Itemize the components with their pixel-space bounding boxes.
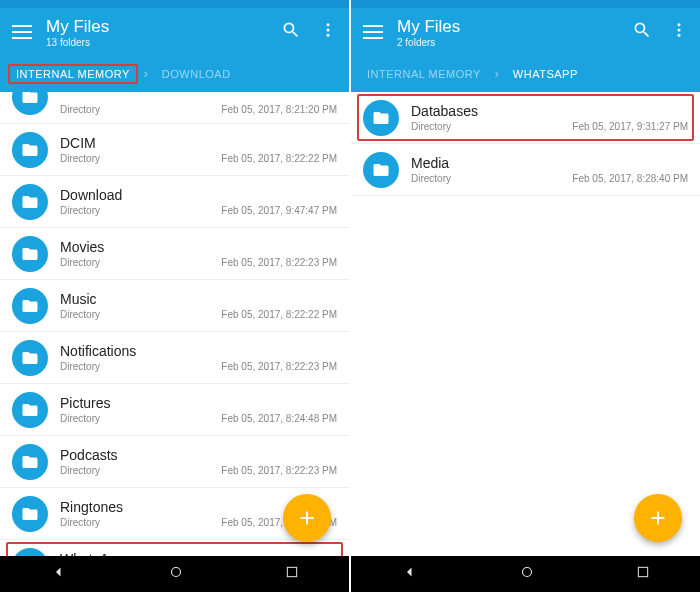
svg-rect-4: [287, 567, 296, 576]
app-subtitle: 13 folders: [46, 37, 281, 48]
item-type: Directory: [60, 517, 100, 528]
android-nav-bar: [0, 556, 349, 592]
list-item[interactable]: PicturesDirectoryFeb 05, 2017, 8:24:48 P…: [0, 384, 349, 436]
nav-home-icon[interactable]: [518, 563, 536, 585]
breadcrumb-bar: INTERNAL MEMORY › WHATSAPP: [351, 56, 700, 92]
item-time: Feb 05, 2017, 9:47:47 PM: [221, 205, 337, 216]
folder-icon: [12, 132, 48, 168]
item-type: Directory: [411, 173, 451, 184]
folder-icon: [12, 444, 48, 480]
item-type: Directory: [60, 309, 100, 320]
screen-right: My Files 2 folders INTERNAL MEMORY › WHA…: [351, 0, 700, 592]
folder-icon: [12, 184, 48, 220]
item-name: WhatsApp: [60, 551, 337, 556]
folder-icon: [363, 152, 399, 188]
overflow-menu-icon[interactable]: [319, 21, 337, 43]
breadcrumb-download[interactable]: DOWNLOAD: [154, 64, 239, 84]
nav-recent-icon[interactable]: [284, 564, 300, 584]
item-type: Directory: [60, 205, 100, 216]
item-time: Feb 05, 2017, 8:22:23 PM: [221, 361, 337, 372]
item-time: Feb 05, 2017, 8:22:22 PM: [221, 153, 337, 164]
item-type: Directory: [60, 361, 100, 372]
folder-icon: [12, 92, 48, 115]
svg-point-1: [327, 29, 330, 32]
item-name: Pictures: [60, 395, 337, 411]
nav-back-icon[interactable]: [401, 563, 419, 585]
list-item[interactable]: MusicDirectoryFeb 05, 2017, 8:22:22 PM: [0, 280, 349, 332]
svg-point-8: [522, 568, 531, 577]
list-item[interactable]: NotificationsDirectoryFeb 05, 2017, 8:22…: [0, 332, 349, 384]
item-time: Feb 05, 2017, 8:28:40 PM: [572, 173, 688, 184]
item-type: Directory: [60, 153, 100, 164]
status-bar: [351, 0, 700, 8]
item-name: Movies: [60, 239, 337, 255]
svg-point-0: [327, 23, 330, 26]
list-item[interactable]: MoviesDirectoryFeb 05, 2017, 8:22:23 PM: [0, 228, 349, 280]
item-name: Music: [60, 291, 337, 307]
item-type: Directory: [60, 257, 100, 268]
nav-home-icon[interactable]: [167, 563, 185, 585]
item-time: Feb 05, 2017, 8:21:20 PM: [221, 104, 337, 115]
svg-rect-9: [638, 567, 647, 576]
list-item[interactable]: DownloadDirectoryFeb 05, 2017, 9:47:47 P…: [0, 176, 349, 228]
breadcrumb-bar: INTERNAL MEMORY › DOWNLOAD: [0, 56, 349, 92]
list-item[interactable]: DirectoryFeb 05, 2017, 8:21:20 PM: [0, 92, 349, 124]
list-item[interactable]: MediaDirectoryFeb 05, 2017, 8:28:40 PM: [351, 144, 700, 196]
item-name: DCIM: [60, 135, 337, 151]
search-icon[interactable]: [281, 20, 301, 44]
breadcrumb-internal-memory[interactable]: INTERNAL MEMORY: [8, 64, 138, 84]
list-item[interactable]: DCIMDirectoryFeb 05, 2017, 8:22:22 PM: [0, 124, 349, 176]
item-time: Feb 05, 2017, 8:22:22 PM: [221, 309, 337, 320]
nav-back-icon[interactable]: [50, 563, 68, 585]
item-time: Feb 05, 2017, 8:22:23 PM: [221, 257, 337, 268]
folder-icon: [12, 236, 48, 272]
app-subtitle: 2 folders: [397, 37, 632, 48]
app-bar: My Files 2 folders: [351, 8, 700, 56]
item-name: Media: [411, 155, 688, 171]
breadcrumb-whatsapp[interactable]: WHATSAPP: [505, 64, 586, 84]
item-name: Notifications: [60, 343, 337, 359]
item-type: Directory: [60, 104, 100, 115]
item-time: Feb 05, 2017, 8:24:48 PM: [221, 413, 337, 424]
item-type: Directory: [411, 121, 451, 132]
chevron-right-icon: ›: [495, 67, 499, 81]
svg-point-3: [171, 568, 180, 577]
folder-icon: [12, 392, 48, 428]
fab-add-button[interactable]: [283, 494, 331, 542]
app-bar: My Files 13 folders: [0, 8, 349, 56]
screen-left: My Files 13 folders INTERNAL MEMORY › DO…: [0, 0, 349, 592]
item-time: Feb 05, 2017, 9:31:27 PM: [572, 121, 688, 132]
folder-icon: [363, 100, 399, 136]
nav-recent-icon[interactable]: [635, 564, 651, 584]
item-time: Feb 05, 2017, 8:22:23 PM: [221, 465, 337, 476]
item-name: Databases: [411, 103, 688, 119]
list-item[interactable]: PodcastsDirectoryFeb 05, 2017, 8:22:23 P…: [0, 436, 349, 488]
chevron-right-icon: ›: [144, 67, 148, 81]
list-item-whatsapp[interactable]: WhatsAppDirectoryFeb 05, 2017, 9:00:21 P…: [0, 540, 349, 556]
list-item-databases[interactable]: DatabasesDirectoryFeb 05, 2017, 9:31:27 …: [351, 92, 700, 144]
breadcrumb-internal-memory[interactable]: INTERNAL MEMORY: [359, 64, 489, 84]
folder-icon: [12, 340, 48, 376]
folder-icon: [12, 548, 48, 557]
folder-icon: [12, 288, 48, 324]
fab-add-button[interactable]: [634, 494, 682, 542]
item-name: Download: [60, 187, 337, 203]
svg-point-7: [678, 34, 681, 37]
search-icon[interactable]: [632, 20, 652, 44]
svg-point-5: [678, 23, 681, 26]
file-list[interactable]: DatabasesDirectoryFeb 05, 2017, 9:31:27 …: [351, 92, 700, 556]
title-block: My Files 2 folders: [397, 17, 632, 48]
android-nav-bar: [351, 556, 700, 592]
status-bar: [0, 0, 349, 8]
folder-icon: [12, 496, 48, 532]
item-name: Podcasts: [60, 447, 337, 463]
title-block: My Files 13 folders: [46, 17, 281, 48]
item-type: Directory: [60, 465, 100, 476]
overflow-menu-icon[interactable]: [670, 21, 688, 43]
file-list[interactable]: DirectoryFeb 05, 2017, 8:21:20 PM DCIMDi…: [0, 92, 349, 556]
menu-hamburger-icon[interactable]: [12, 25, 32, 39]
menu-hamburger-icon[interactable]: [363, 25, 383, 39]
svg-point-6: [678, 29, 681, 32]
svg-point-2: [327, 34, 330, 37]
app-title: My Files: [46, 17, 281, 37]
